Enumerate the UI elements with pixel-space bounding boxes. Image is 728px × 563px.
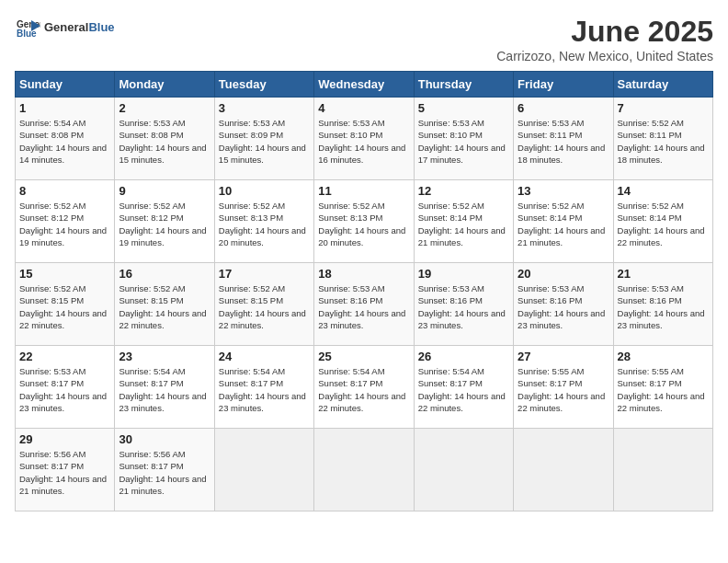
day-info: Sunrise: 5:52 AM Sunset: 8:12 PM Dayligh… [119,200,210,248]
sunset: Sunset: 8:17 PM [19,461,84,471]
daylight: Daylight: 14 hours and 15 minutes. [119,143,206,165]
sunset: Sunset: 8:13 PM [318,213,382,223]
calendar-day-cell: 3 Sunrise: 5:53 AM Sunset: 8:09 PM Dayli… [214,98,313,180]
sunset: Sunset: 8:13 PM [219,213,283,223]
sunset: Sunset: 8:17 PM [318,378,382,388]
daylight: Daylight: 14 hours and 20 minutes. [219,225,306,247]
day-info: Sunrise: 5:54 AM Sunset: 8:17 PM Dayligh… [219,365,310,414]
day-number: 22 [19,350,110,363]
day-info: Sunrise: 5:53 AM Sunset: 8:16 PM Dayligh… [318,282,409,331]
sunset: Sunset: 8:12 PM [119,213,183,223]
day-info: Sunrise: 5:53 AM Sunset: 8:08 PM Dayligh… [119,117,210,166]
sunset: Sunset: 8:08 PM [19,130,84,140]
daylight: Daylight: 14 hours and 21 minutes. [19,474,107,496]
day-number: 26 [418,350,509,363]
daylight: Daylight: 14 hours and 23 minutes. [318,308,405,330]
calendar-day-cell: 11 Sunrise: 5:52 AM Sunset: 8:13 PM Dayl… [314,180,414,263]
day-info: Sunrise: 5:54 AM Sunset: 8:17 PM Dayligh… [418,365,509,414]
day-info: Sunrise: 5:53 AM Sunset: 8:10 PM Dayligh… [418,117,509,166]
day-number: 8 [19,184,110,198]
daylight: Daylight: 14 hours and 22 minutes. [518,391,605,413]
sunset: Sunset: 8:11 PM [518,130,582,140]
calendar-day-cell: 13 Sunrise: 5:52 AM Sunset: 8:14 PM Dayl… [514,180,613,263]
day-info: Sunrise: 5:52 AM Sunset: 8:14 PM Dayligh… [618,200,709,248]
calendar-day-cell: 6 Sunrise: 5:53 AM Sunset: 8:11 PM Dayli… [514,98,613,180]
day-info: Sunrise: 5:52 AM Sunset: 8:15 PM Dayligh… [19,282,110,331]
sunrise: Sunrise: 5:52 AM [219,201,285,211]
daylight: Daylight: 14 hours and 22 minutes. [219,308,306,330]
day-number: 20 [518,267,609,281]
calendar-table: SundayMondayTuesdayWednesdayThursdayFrid… [15,71,713,511]
day-info: Sunrise: 5:53 AM Sunset: 8:10 PM Dayligh… [318,117,409,166]
calendar-day-cell: 26 Sunrise: 5:54 AM Sunset: 8:17 PM Dayl… [414,346,513,429]
sunrise: Sunrise: 5:54 AM [19,118,85,128]
weekday-header-friday: Friday [514,72,613,98]
day-info: Sunrise: 5:52 AM Sunset: 8:15 PM Dayligh… [219,282,310,331]
day-number: 21 [618,267,709,281]
daylight: Daylight: 14 hours and 14 minutes. [19,143,107,165]
calendar-day-cell [214,429,313,511]
calendar-day-cell: 10 Sunrise: 5:52 AM Sunset: 8:13 PM Dayl… [214,180,313,263]
day-number: 25 [318,350,409,363]
calendar-week-row: 8 Sunrise: 5:52 AM Sunset: 8:12 PM Dayli… [16,180,713,263]
calendar-day-cell: 23 Sunrise: 5:54 AM Sunset: 8:17 PM Dayl… [115,346,214,429]
sunrise: Sunrise: 5:56 AM [19,449,85,459]
calendar-day-cell: 30 Sunrise: 5:56 AM Sunset: 8:17 PM Dayl… [115,429,214,511]
weekday-header-wednesday: Wednesday [314,72,414,98]
day-info: Sunrise: 5:53 AM Sunset: 8:16 PM Dayligh… [418,282,509,331]
day-number: 9 [119,184,210,198]
sunrise: Sunrise: 5:53 AM [418,283,484,293]
sunset: Sunset: 8:08 PM [119,130,183,140]
calendar-week-row: 29 Sunrise: 5:56 AM Sunset: 8:17 PM Dayl… [16,429,713,511]
calendar-day-cell: 1 Sunrise: 5:54 AM Sunset: 8:08 PM Dayli… [16,98,115,180]
sunrise: Sunrise: 5:52 AM [518,201,584,211]
sunrise: Sunrise: 5:53 AM [318,283,384,293]
logo-general: General [44,20,88,34]
daylight: Daylight: 14 hours and 22 minutes. [618,391,705,413]
day-info: Sunrise: 5:52 AM Sunset: 8:13 PM Dayligh… [219,200,310,248]
daylight: Daylight: 14 hours and 22 minutes. [418,391,506,413]
day-number: 1 [19,101,110,115]
daylight: Daylight: 14 hours and 23 minutes. [119,391,206,413]
sunset: Sunset: 8:11 PM [618,130,682,140]
sunrise: Sunrise: 5:52 AM [119,283,185,293]
day-number: 2 [119,101,210,115]
title-area: June 2025 Carrizozo, New Mexico, United … [496,15,713,63]
sunset: Sunset: 8:10 PM [418,130,483,140]
daylight: Daylight: 14 hours and 19 minutes. [19,225,107,247]
daylight: Daylight: 14 hours and 22 minutes. [318,391,405,413]
daylight: Daylight: 14 hours and 19 minutes. [119,225,206,247]
day-number: 12 [418,184,509,198]
calendar-day-cell: 24 Sunrise: 5:54 AM Sunset: 8:17 PM Dayl… [214,346,313,429]
day-number: 11 [318,184,409,198]
calendar-day-cell: 5 Sunrise: 5:53 AM Sunset: 8:10 PM Dayli… [414,98,513,180]
sunrise: Sunrise: 5:53 AM [518,118,584,128]
day-info: Sunrise: 5:53 AM Sunset: 8:11 PM Dayligh… [518,117,609,166]
daylight: Daylight: 14 hours and 21 minutes. [518,225,605,247]
calendar-day-cell [514,429,613,511]
day-info: Sunrise: 5:53 AM Sunset: 8:16 PM Dayligh… [518,282,609,331]
weekday-header-row: SundayMondayTuesdayWednesdayThursdayFrid… [16,72,713,98]
logo-blue: Blue [88,20,114,34]
day-info: Sunrise: 5:54 AM Sunset: 8:08 PM Dayligh… [19,117,110,166]
daylight: Daylight: 14 hours and 22 minutes. [19,308,107,330]
sunset: Sunset: 8:14 PM [418,213,483,223]
calendar-day-cell: 20 Sunrise: 5:53 AM Sunset: 8:16 PM Dayl… [514,263,613,346]
sunset: Sunset: 8:12 PM [19,213,84,223]
sunset: Sunset: 8:17 PM [518,378,582,388]
daylight: Daylight: 14 hours and 20 minutes. [318,225,405,247]
sunset: Sunset: 8:09 PM [219,130,283,140]
calendar-day-cell: 25 Sunrise: 5:54 AM Sunset: 8:17 PM Dayl… [314,346,414,429]
calendar-day-cell [414,429,513,511]
calendar-day-cell: 7 Sunrise: 5:52 AM Sunset: 8:11 PM Dayli… [613,98,712,180]
day-info: Sunrise: 5:54 AM Sunset: 8:17 PM Dayligh… [318,365,409,414]
day-number: 5 [418,101,509,115]
day-number: 30 [119,432,210,446]
day-number: 15 [19,267,110,281]
sunrise: Sunrise: 5:53 AM [618,283,684,293]
day-info: Sunrise: 5:55 AM Sunset: 8:17 PM Dayligh… [518,365,609,414]
sunset: Sunset: 8:16 PM [418,295,483,305]
sunset: Sunset: 8:17 PM [219,378,283,388]
calendar-day-cell: 16 Sunrise: 5:52 AM Sunset: 8:15 PM Dayl… [115,263,214,346]
sunset: Sunset: 8:16 PM [518,295,582,305]
